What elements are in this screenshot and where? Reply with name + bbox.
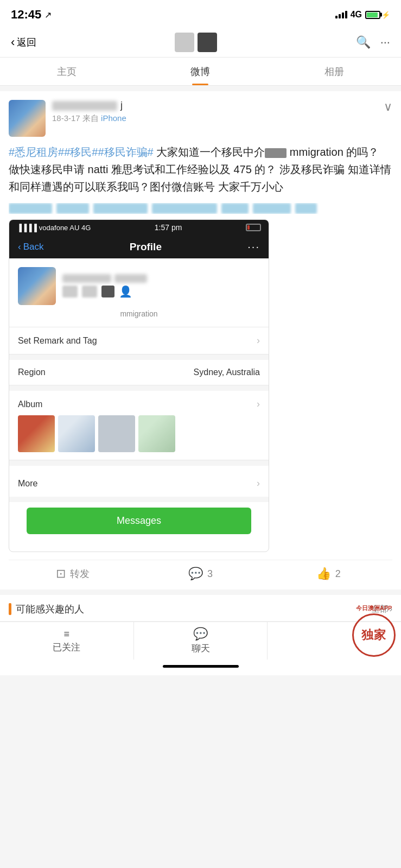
embedded-time: 1:57 pm (155, 223, 182, 232)
embedded-name-blur-2 (114, 274, 147, 283)
status-time: 12:45 (11, 8, 41, 22)
comment-icon: 💬 (188, 567, 203, 581)
embedded-region-label: Region (18, 368, 46, 377)
tag-2[interactable]: #移民# (64, 146, 98, 158)
embedded-more-icon[interactable]: ··· (247, 240, 260, 253)
tab-bar: 主页 微博 相册 (0, 58, 401, 86)
embedded-icons-row: 👤 (62, 285, 260, 298)
watermark-top: 今日澳洲APP (356, 604, 392, 612)
embedded-icon-2 (82, 286, 97, 297)
post-avatar[interactable] (9, 100, 46, 137)
embedded-back-button[interactable]: ‹ Back (18, 242, 43, 252)
watermark-text: 独家 (361, 627, 386, 643)
embedded-gap-3 (9, 460, 269, 466)
embedded-remark-label: Set Remark and Tag (18, 336, 97, 346)
blurred-text-row (9, 203, 392, 214)
embedded-more-label: More (18, 479, 37, 489)
post-user-info: j 18-3-17 来自 iPhone (9, 100, 126, 137)
location-icon: ↗ (44, 10, 52, 20)
embedded-name-blur-1 (62, 274, 111, 283)
nav-avatar-1 (175, 33, 194, 52)
like-action[interactable]: 👍 2 (264, 567, 392, 581)
suggested-section: 可能感兴趣的人 全部 › (0, 595, 401, 622)
embedded-remark-section[interactable]: Set Remark and Tag › (9, 327, 269, 354)
embedded-screenshot: ▐▐▐▐ vodafone AU 4G 1:57 pm ‹ Back Profi… (9, 219, 269, 552)
embedded-person-icon: 👤 (119, 285, 132, 298)
post-username-j: j (120, 100, 123, 111)
more-icon[interactable]: ··· (380, 35, 390, 49)
embedded-thumb-4[interactable] (138, 415, 175, 452)
embedded-thumb-1[interactable] (18, 415, 55, 452)
embedded-album-chevron[interactable]: › (257, 398, 260, 410)
post-container: j 18-3-17 来自 iPhone ∨ #悉尼租房##移民##移民诈骗# 大… (0, 91, 401, 590)
repost-action[interactable]: ⊡ 转发 (9, 567, 137, 581)
nav-bar: ‹ 返回 🔍 ··· (0, 27, 401, 58)
tab-album[interactable]: 相册 (268, 58, 401, 85)
embedded-back-label: Back (23, 242, 44, 252)
suggested-title-bar: 可能感兴趣的人 (9, 603, 84, 616)
embedded-user-details: 👤 (62, 274, 260, 298)
network-label: 4G (351, 10, 362, 20)
embedded-more-section[interactable]: More › (9, 470, 269, 497)
embedded-gap-2 (9, 385, 269, 391)
status-bar: 12:45 ↗ 4G ⚡ (0, 0, 401, 27)
embedded-nav: ‹ Back Profile ··· (9, 235, 269, 258)
embedded-more-chevron: › (257, 478, 260, 489)
embedded-album-label: Album (18, 400, 42, 409)
embedded-region-section: Region Sydney, Australia (9, 360, 269, 385)
battery-indicator: ⚡ (365, 11, 390, 19)
embedded-carrier: ▐▐▐▐ vodafone AU 4G (17, 224, 91, 232)
embedded-profile-section: 👤 mmigration (9, 258, 269, 327)
watermark-circle: 独家 (352, 613, 396, 657)
embedded-album-thumbs (18, 415, 260, 452)
post-content: #悉尼租房##移民##移民诈骗# 大家知道一个移民中介 mmigration 的… (9, 143, 392, 195)
embedded-profile-row: 👤 (18, 267, 260, 305)
tag-1[interactable]: #悉尼租房# (9, 146, 64, 158)
back-button[interactable]: ‹ 返回 (11, 35, 36, 49)
bottom-nav-following[interactable]: ≡ 已关注 (0, 622, 134, 660)
watermark: 今日澳洲APP 独家 (352, 604, 396, 657)
embedded-avatar[interactable] (18, 267, 56, 305)
bottom-nav-chat[interactable]: 💬 聊天 (134, 622, 268, 660)
chat-icon: 💬 (193, 627, 208, 641)
embedded-icon-3 (101, 286, 114, 297)
embedded-messages-button[interactable]: Messages (27, 508, 251, 534)
tab-weibo[interactable]: 微博 (133, 58, 267, 85)
embedded-album-header: Album › (18, 398, 260, 410)
status-icons: 4G ⚡ (335, 10, 390, 20)
post-meta: 18-3-17 来自 iPhone (52, 113, 126, 124)
chat-label: 聊天 (192, 642, 210, 655)
post-header: j 18-3-17 来自 iPhone ∨ (9, 100, 392, 137)
tag-3[interactable]: #移民诈骗# (98, 146, 154, 158)
embedded-thumb-3[interactable] (98, 415, 135, 452)
embedded-gap-1 (9, 354, 269, 360)
home-indicator (0, 660, 401, 675)
embedded-remark-chevron: › (257, 335, 260, 346)
embedded-thumb-2[interactable] (58, 415, 95, 452)
post-actions: ⊡ 转发 💬 3 👍 2 (9, 560, 392, 581)
post-username-row: j (52, 100, 126, 111)
post-username-blur (52, 101, 117, 111)
embedded-battery (246, 224, 261, 231)
comment-action[interactable]: 💬 3 (137, 567, 265, 581)
home-bar (163, 665, 239, 668)
bottom-nav: ≡ 已关注 💬 聊天 今日澳洲APP 独家 (0, 622, 401, 660)
embedded-region-value: Sydney, Australia (194, 368, 260, 377)
bottom-nav-exclusive[interactable]: 今日澳洲APP 独家 (268, 622, 401, 660)
repost-icon: ⊡ (56, 567, 66, 581)
embedded-messages-wrapper: Messages (9, 502, 269, 552)
embedded-icon-1 (62, 286, 78, 297)
like-icon: 👍 (316, 567, 331, 581)
embedded-name-row (62, 274, 260, 283)
suggested-title: 可能感兴趣的人 (16, 603, 84, 616)
embedded-status-bar: ▐▐▐▐ vodafone AU 4G 1:57 pm (9, 220, 269, 235)
following-label: 已关注 (53, 641, 80, 654)
back-arrow-icon: ‹ (11, 35, 15, 49)
suggested-accent (9, 603, 11, 615)
search-icon[interactable]: 🔍 (356, 35, 371, 49)
nav-avatar-2 (198, 33, 217, 52)
tab-home[interactable]: 主页 (0, 58, 133, 85)
post-dropdown-icon[interactable]: ∨ (384, 100, 392, 114)
back-label: 返回 (17, 36, 36, 49)
following-icon: ≡ (64, 629, 70, 640)
